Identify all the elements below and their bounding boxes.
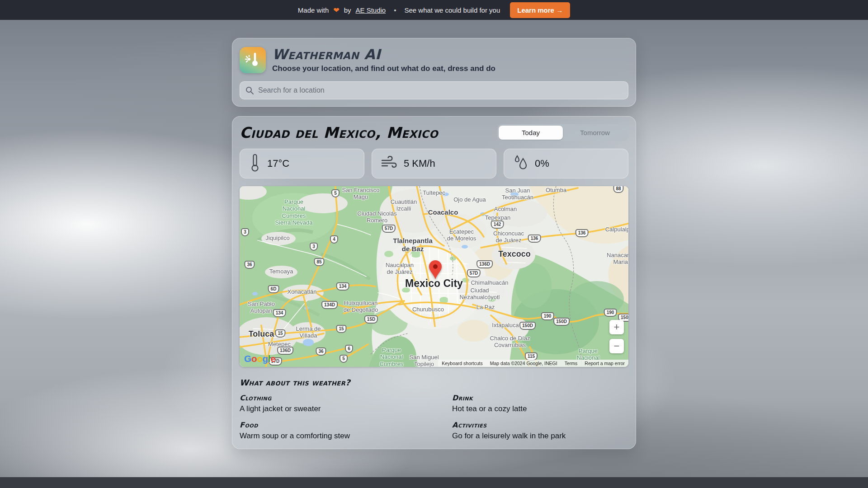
stats-row: 17°C5 KM/h0% <box>240 149 628 178</box>
map-label: Cuautitlán Izcalli <box>391 198 417 212</box>
road-shield: 134 <box>336 282 349 291</box>
map-label: Mexico City <box>405 277 463 290</box>
weather-card: Ciudad del Mexico, Mexico TodayTomorrow … <box>232 116 636 449</box>
stat-value: 0% <box>535 158 549 169</box>
road-shield: 190 <box>604 309 617 317</box>
road-shield: 136 <box>528 235 541 243</box>
road-shield: 6D <box>268 285 279 293</box>
separator-dot: • <box>394 6 396 14</box>
map-label: Jiquipilco <box>265 235 289 241</box>
road-shield: 15 <box>275 329 285 338</box>
suggestion-label: Clothing <box>240 394 416 402</box>
map-label: La Paz <box>476 304 495 310</box>
road-shield: 136D <box>476 260 493 268</box>
rain-drops-icon <box>513 155 528 173</box>
map-label: Parque Nacional Cumbres <box>380 347 404 367</box>
map-label: Toluca <box>249 329 274 339</box>
terms-link[interactable]: Terms <box>565 361 578 366</box>
map-label: Ciudad Nicolás Romero <box>357 210 396 224</box>
suggestion-value: Warm soup or a comforting stew <box>240 432 416 441</box>
page-bottom-strip <box>0 477 868 488</box>
stat-card-2: 0% <box>504 149 628 178</box>
thermometer-sun-icon <box>244 50 262 70</box>
road-shield: 88 <box>613 186 623 193</box>
map-label: Acolman <box>494 206 517 212</box>
map-label: Parque Nacional Cumbres Sierra Nevada <box>275 198 312 226</box>
road-shield: 57D <box>467 269 481 277</box>
road-shield: 142 <box>491 221 504 229</box>
zoom-out-button[interactable]: − <box>609 339 624 353</box>
app-header-card: Weatherman AI Choose your location, and … <box>232 38 636 107</box>
road-shield: 190 <box>541 312 554 320</box>
map-label: Nanacamilpa Mariano <box>607 252 628 266</box>
map-label: Churubusco <box>412 306 444 313</box>
road-shield: 134 <box>273 309 286 317</box>
made-with-text: Made with <box>298 6 329 14</box>
wind-icon <box>381 156 397 171</box>
suggestions-grid: ClothingA light jacket or sweaterDrinkHo… <box>240 394 628 441</box>
map-label: San Pablo Autopan <box>248 300 275 314</box>
road-shield: 85 <box>314 258 324 266</box>
map-label: Xonacatlán <box>287 288 316 295</box>
road-shield: 57D <box>382 225 396 233</box>
map-label: Ixtapaluca <box>492 322 519 328</box>
learn-more-button[interactable]: Learn more → <box>510 2 570 18</box>
day-tabs: TodayTomorrow <box>497 124 628 141</box>
google-logo[interactable]: Google <box>244 353 275 364</box>
map-zoom-controls: + − <box>609 320 624 353</box>
road-shield: 15 <box>336 325 346 333</box>
suggestions-heading: What about this weather? <box>240 378 628 387</box>
keyboard-shortcuts-button[interactable]: Keyboard shortcuts <box>442 361 482 366</box>
suggestion-item: FoodWarm soup or a comforting stew <box>240 421 416 441</box>
road-shield: 5 <box>340 355 348 363</box>
tab-today[interactable]: Today <box>499 126 563 140</box>
road-shield: 136D <box>277 347 293 355</box>
stat-card-1: 5 KM/h <box>372 149 496 178</box>
report-map-error-link[interactable]: Report a map error <box>585 361 625 366</box>
map-data-attribution: Map data ©2024 Google, INEGI <box>490 361 557 366</box>
map-label: Tlalnepantla de Baz <box>393 237 433 253</box>
suggestion-value: A light jacket or sweater <box>240 404 416 413</box>
map-label: Naucalpan de Juárez <box>386 262 414 276</box>
search-icon <box>245 86 254 97</box>
suggestion-value: Hot tea or a cozy latte <box>452 404 628 413</box>
zoom-in-button[interactable]: + <box>609 320 624 334</box>
suggestion-value: Go for a leisurely walk in the park <box>452 432 628 441</box>
suggestion-label: Drink <box>452 394 628 402</box>
suggestion-item: DrinkHot tea or a cozy latte <box>452 394 628 413</box>
heart-icon: ❤ <box>333 6 339 14</box>
search-input[interactable] <box>240 81 628 99</box>
app-subtitle: Choose your location, and find out what … <box>272 64 495 73</box>
stat-card-0: 17°C <box>240 149 364 178</box>
road-shield: 136 <box>576 229 589 237</box>
map-label: Chiconcuac de Juárez <box>493 230 524 244</box>
map[interactable]: San Francisco MaguTultepecOjo de AguaCua… <box>240 186 628 367</box>
map-label: Huixquilucan de Degollado <box>344 300 378 314</box>
road-shield: 4 <box>330 235 338 244</box>
map-label: Coacalco <box>428 208 458 216</box>
suggestion-item: ActivitiesGo for a leisurely walk in the… <box>452 421 628 441</box>
location-title: Ciudad del Mexico, Mexico <box>240 124 438 141</box>
road-shield: 150D <box>553 318 570 326</box>
map-label: Texcoco <box>498 249 531 259</box>
map-label: Chimalhuacán <box>471 279 508 286</box>
ae-studio-link[interactable]: AE Studio <box>355 6 386 14</box>
map-label: Lerma de Villada <box>296 325 321 339</box>
suggestion-item: ClothingA light jacket or sweater <box>240 394 416 413</box>
banner-tagline: See what we could build for you <box>404 6 500 14</box>
road-shield: 150D <box>519 322 536 330</box>
map-label: Ciudad Nezahualcóyotl <box>460 287 500 301</box>
road-shield: 6 <box>345 345 353 353</box>
road-shield: 134D <box>321 301 338 309</box>
promo-banner: Made with ❤ by AE Studio • See what we c… <box>0 0 868 20</box>
map-label: Otumba <box>546 187 566 193</box>
tab-tomorrow[interactable]: Tomorrow <box>563 126 627 140</box>
app-logo <box>240 47 266 73</box>
map-label: San Juan Teotihuacán <box>502 187 533 201</box>
map-label: San Miguel Topilejo <box>409 354 439 367</box>
map-attribution-bar: Keyboard shortcutsMap data ©2024 Google,… <box>438 360 628 367</box>
road-shield: 3 <box>241 228 249 236</box>
map-label: Ojo de Agua <box>453 196 486 203</box>
road-shield: 3 <box>310 243 318 251</box>
suggestion-label: Activities <box>452 421 628 429</box>
